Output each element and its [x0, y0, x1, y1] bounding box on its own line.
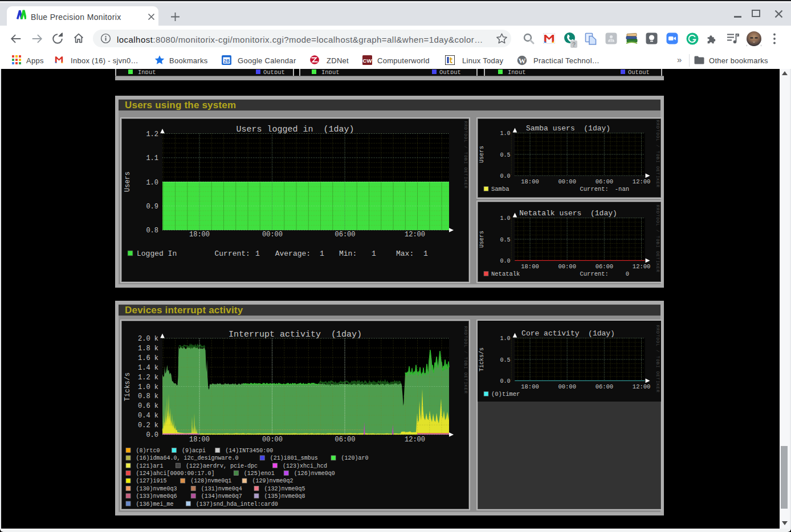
svg-text:T: T [655, 257, 660, 260]
svg-text:L: L [655, 223, 660, 226]
svg-text:O: O [463, 338, 468, 341]
svg-text:R: R [655, 123, 660, 126]
svg-text:(9)acpi: (9)acpi [182, 448, 206, 454]
svg-text:T: T [463, 130, 468, 133]
svg-text:(120)ar0: (120)ar0 [341, 455, 369, 461]
svg-text:Ticks/s: Ticks/s [479, 347, 485, 371]
svg-text:I: I [655, 365, 660, 368]
svg-text:I: I [463, 366, 468, 369]
svg-text:(128)nvme0q1: (128)nvme0q1 [190, 478, 231, 484]
svg-text:(0)timer: (0)timer [491, 391, 520, 398]
svg-text:28: 28 [223, 58, 229, 64]
svg-text:/: / [655, 230, 660, 232]
svg-text:1.6 k: 1.6 k [138, 354, 158, 362]
svg-text:Current:: Current: [580, 186, 609, 193]
svg-text:18:00: 18:00 [521, 383, 539, 390]
svg-text:E: E [463, 183, 468, 186]
svg-text:Core activity (1day): Core activity (1day) [521, 329, 615, 338]
svg-text:(122)aerdrv, pcie-dpc: (122)aerdrv, pcie-dpc [186, 463, 258, 469]
svg-text:0.5: 0.5 [500, 237, 510, 243]
svg-text:R: R [463, 326, 468, 329]
svg-text:R: R [655, 328, 660, 331]
svg-text:1.0: 1.0 [500, 215, 510, 222]
svg-text:I: I [655, 260, 660, 263]
svg-text:D: D [463, 333, 468, 335]
svg-text:T: T [463, 152, 468, 155]
svg-text:T: T [655, 214, 660, 217]
svg-text:(131)nvme0q4: (131)nvme0q4 [201, 486, 242, 492]
svg-text:0.0: 0.0 [500, 378, 510, 384]
svg-text:(137)snd_hda_intel:card0: (137)snd_hda_intel:card0 [196, 501, 278, 508]
svg-text:06:00: 06:00 [335, 231, 355, 239]
svg-text:2.0 k: 2.0 k [138, 335, 158, 343]
svg-text:(21)i801_smbus: (21)i801_smbus [270, 455, 318, 461]
svg-text:O: O [655, 136, 660, 138]
svg-text:0.5: 0.5 [500, 152, 510, 158]
svg-text:Samba: Samba [491, 186, 509, 193]
svg-text:00:00: 00:00 [558, 178, 576, 185]
svg-text:E: E [655, 387, 660, 390]
svg-text:(136)mei_me: (136)mei_me [136, 501, 174, 508]
svg-text:12:00: 12:00 [633, 383, 651, 390]
svg-text:K: K [463, 384, 468, 387]
svg-text:Users: Users [479, 231, 485, 248]
svg-text:O: O [463, 167, 468, 170]
svg-text:/: / [463, 351, 468, 354]
svg-text:0.8: 0.8 [146, 227, 158, 235]
svg-text:Max:: Max: [396, 249, 414, 258]
svg-text:12:00: 12:00 [405, 436, 425, 444]
svg-text:06:00: 06:00 [596, 178, 614, 185]
svg-text:Current:: Current: [215, 249, 250, 258]
svg-text:(16)idma64.0, i2c_designware.0: (16)idma64.0, i2c_designware.0 [136, 455, 239, 461]
svg-text:T: T [463, 357, 468, 360]
svg-text:(124)ahci[0000:00:17.0]: (124)ahci[0000:00:17.0] [136, 470, 215, 477]
svg-text:R: R [463, 186, 468, 189]
svg-text:D: D [655, 126, 660, 129]
svg-text:R: R [655, 390, 660, 392]
svg-text:(135)nvme0q8: (135)nvme0q8 [264, 493, 305, 500]
svg-text:T: T [655, 236, 660, 239]
svg-text:R: R [655, 120, 660, 123]
svg-text:00:00: 00:00 [558, 383, 576, 390]
svg-text:0.8 k: 0.8 k [138, 392, 158, 400]
svg-text:E: E [655, 267, 660, 269]
svg-text:0: 0 [626, 271, 629, 277]
svg-text:T: T [463, 174, 468, 177]
svg-text:(127)i915: (127)i915 [136, 478, 167, 484]
svg-text:?: ? [572, 42, 576, 48]
svg-text:12:00: 12:00 [405, 231, 425, 239]
svg-text:1.2: 1.2 [146, 130, 158, 138]
svg-text:R: R [463, 124, 468, 127]
svg-text:B: B [655, 362, 660, 365]
svg-text:Users: Users [479, 146, 485, 163]
svg-text:B: B [655, 242, 660, 245]
svg-text:T: T [655, 334, 660, 337]
svg-text:/: / [655, 145, 660, 148]
svg-text:D: D [655, 211, 660, 214]
svg-text:I: I [655, 175, 660, 178]
svg-text:Average:: Average: [275, 249, 311, 258]
svg-text:O: O [463, 373, 468, 375]
svg-text:18:00: 18:00 [189, 436, 210, 444]
svg-text:0.0: 0.0 [146, 431, 158, 439]
svg-text:O: O [655, 371, 660, 374]
svg-text:06:00: 06:00 [335, 436, 355, 444]
svg-text:(132)nvme0q5: (132)nvme0q5 [264, 486, 305, 492]
svg-text:1: 1 [255, 249, 260, 258]
svg-text:E: E [463, 375, 468, 378]
svg-text:1.4 k: 1.4 k [138, 364, 158, 372]
svg-text:T: T [655, 378, 660, 380]
svg-text:L: L [463, 140, 468, 142]
svg-text:06:00: 06:00 [596, 383, 614, 390]
svg-text:Users: Users [124, 171, 132, 192]
svg-text:T: T [463, 335, 468, 338]
svg-text:E: E [655, 374, 660, 377]
svg-text:I: I [463, 177, 468, 179]
svg-text:06:00: 06:00 [596, 263, 614, 270]
svg-text:L: L [655, 343, 660, 346]
svg-text:T: T [655, 151, 660, 154]
svg-text:B: B [463, 158, 468, 161]
svg-text:L: L [463, 345, 468, 347]
svg-text:-nan: -nan [615, 186, 629, 193]
svg-text:K: K [655, 263, 660, 266]
